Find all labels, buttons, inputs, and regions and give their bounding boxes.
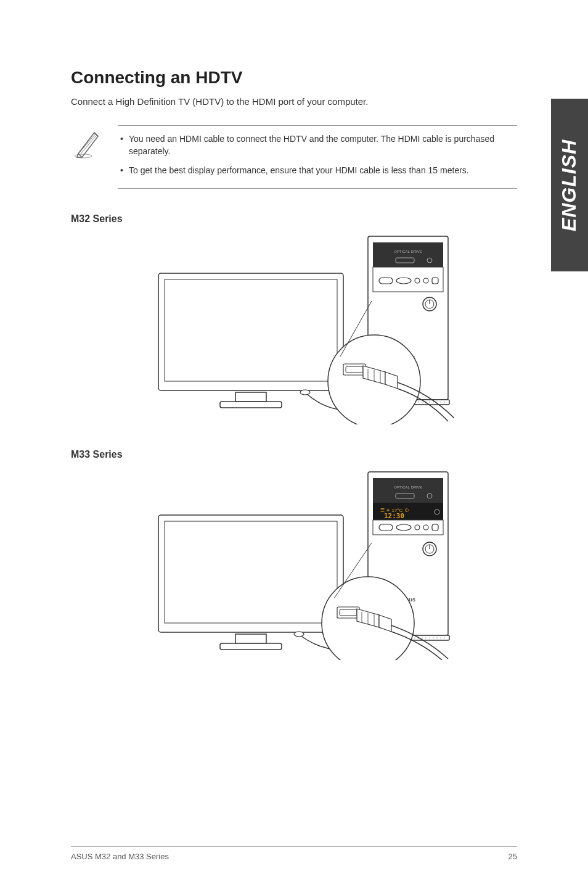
svg-text:OPTICAL DRIVE: OPTICAL DRIVE: [394, 485, 422, 489]
page-footer: ASUS M32 and M33 Series 25: [71, 846, 517, 861]
intro-text: Connect a High Definition TV (HDTV) to t…: [71, 96, 517, 107]
language-tab-text: ENGLISH: [558, 139, 581, 231]
svg-rect-42: [373, 478, 443, 503]
pencil-icon: [71, 128, 103, 160]
footer-product: ASUS M32 and M33 Series: [71, 852, 169, 861]
note-item: You need an HDMI cable to connect the HD…: [118, 133, 517, 157]
svg-rect-74: [220, 643, 282, 650]
svg-point-75: [294, 632, 304, 637]
language-tab: ENGLISH: [551, 99, 588, 271]
svg-point-33: [300, 390, 310, 395]
svg-rect-4: [373, 242, 443, 267]
note-block: You need an HDMI cable to connect the HD…: [71, 125, 517, 189]
svg-rect-73: [235, 634, 266, 643]
page-body: Connecting an HDTV Connect a High Defini…: [0, 0, 588, 660]
page-heading: Connecting an HDTV: [71, 68, 517, 88]
series-m33-label: M33 Series: [71, 449, 517, 460]
svg-rect-77: [337, 607, 359, 618]
note-item: To get the best display performance, ens…: [118, 165, 517, 177]
svg-rect-32: [220, 402, 282, 408]
svg-text:OPTICAL DRIVE: OPTICAL DRIVE: [394, 250, 422, 254]
svg-rect-72: [165, 521, 337, 623]
svg-line-2: [81, 135, 97, 154]
svg-rect-50: [373, 520, 443, 535]
diagram-m32: OPTICAL DRIVE /sus: [71, 233, 517, 424]
diagram-m33: OPTICAL DRIVE ☰ ☀ 17°C ⏲ 12:30: [71, 469, 517, 660]
footer-page-number: 25: [508, 852, 517, 861]
svg-rect-31: [235, 392, 266, 402]
series-m32-label: M32 Series: [71, 213, 517, 225]
svg-text:12:30: 12:30: [384, 512, 404, 520]
svg-rect-30: [165, 279, 337, 381]
note-list: You need an HDMI cable to connect the HD…: [118, 125, 517, 189]
svg-rect-8: [373, 267, 443, 292]
svg-rect-35: [343, 364, 365, 375]
